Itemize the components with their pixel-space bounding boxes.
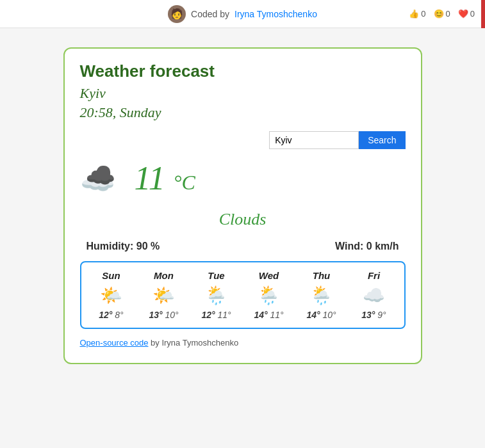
forecast-day-name: Tue [208,270,224,281]
forecast-row: Sun 🌤️ 12° 8° Mon 🌤️ 13° 10° Tue 🌦️ 12° … [85,270,400,320]
current-weather-icon: ☁️ ☁️ [80,162,115,195]
main-content: Weather forecast Kyiv 20:58, Sunday Sear… [0,28,485,383]
forecast-icon: ☁️ [363,285,385,306]
topbar: 🧑 Coded by Iryna Tymoshchenko 👍 0 😊 0 ❤️… [0,0,485,28]
forecast-day: Fri ☁️ 13° 9° [352,270,397,320]
smile-icon: 😊 [434,9,444,19]
thumbs-up-icon: 👍 [409,9,419,19]
weather-city: Kyiv [80,85,406,102]
forecast-low: 10° [165,310,178,320]
topbar-center: 🧑 Coded by Iryna Tymoshchenko [168,5,317,23]
forecast-icon: 🌤️ [152,285,175,306]
humidity-stat: Humidity: 90 % [86,241,160,252]
forecast-high: 13° [361,310,375,320]
temp-unit: °C [174,171,195,194]
weather-card: Weather forecast Kyiv 20:58, Sunday Sear… [63,47,422,364]
footer: Open-source code by Iryna Tymoshchenko [80,338,406,348]
search-button[interactable]: Search [359,131,405,149]
weather-datetime: 20:58, Sunday [80,104,406,121]
forecast-high: 13° [149,310,162,320]
humidity-val: 90 % [136,241,160,252]
forecast-icon: 🌦️ [310,285,333,306]
forecast-high: 14° [306,310,320,320]
forecast-icon: 🌤️ [100,285,122,306]
wind-val: 0 km/h [366,241,399,252]
search-row: Search [80,131,406,149]
forecast-low: 10° [322,310,336,320]
forecast-day-name: Wed [259,270,279,281]
humidity-label: Humidity: [86,241,134,252]
forecast-day-name: Sun [102,270,120,281]
forecast-temps: 14° 11° [254,310,283,320]
forecast-temps: 14° 10° [306,310,336,320]
footer-by-text: by Iryna Tymoshchenko [148,338,238,348]
forecast-temps: 13° 9° [361,310,386,320]
heart-icon: ❤️ [458,9,468,19]
forecast-day: Mon 🌤️ 13° 10° [142,270,186,320]
forecast-icon: 🌦️ [258,285,280,306]
forecast-temps: 13° 10° [149,310,178,320]
stats-row: Humidity: 90 % Wind: 0 km/h [80,241,406,252]
temp-value: 11 [135,160,165,196]
accent-bar [481,0,485,28]
forecast-day-name: Thu [313,270,331,281]
temperature-display: 11 °C [135,159,195,197]
forecast-day: Sun 🌤️ 12° 8° [89,270,134,320]
forecast-low: 11° [217,310,231,320]
reaction-heart[interactable]: ❤️ 0 [458,9,475,19]
forecast-low: 11° [270,310,283,320]
coded-by-label: Coded by [191,9,229,19]
forecast-day: Wed 🌦️ 14° 11° [247,270,292,320]
forecast-low: 9° [377,310,386,320]
forecast-container: Sun 🌤️ 12° 8° Mon 🌤️ 13° 10° Tue 🌦️ 12° … [80,261,406,329]
forecast-temps: 12° 11° [201,310,231,320]
heart-count: 0 [470,9,475,19]
forecast-high: 12° [99,310,112,320]
smile-count: 0 [446,9,450,19]
thumbs-up-count: 0 [421,9,425,19]
forecast-day-name: Mon [154,270,174,281]
avatar: 🧑 [168,5,186,23]
reaction-smile[interactable]: 😊 0 [434,9,450,19]
forecast-low: 8° [115,310,123,320]
condition-label: Clouds [80,210,406,229]
search-input[interactable] [269,131,359,149]
forecast-day-name: Fri [368,270,380,281]
current-weather: ☁️ ☁️ 11 °C [80,159,406,197]
forecast-icon: 🌦️ [205,285,227,306]
forecast-temps: 12° 8° [99,310,123,320]
author-link[interactable]: Iryna Tymoshchenko [234,9,317,19]
reactions-bar: 👍 0 😊 0 ❤️ 0 [409,9,475,19]
wind-stat: Wind: 0 km/h [335,241,399,252]
forecast-high: 12° [201,310,215,320]
open-source-link[interactable]: Open-source code [80,338,149,348]
weather-title: Weather forecast [80,61,406,81]
forecast-high: 14° [254,310,267,320]
forecast-day: Thu 🌦️ 14° 10° [299,270,344,320]
wind-label: Wind: [335,241,363,252]
reaction-thumbs-up[interactable]: 👍 0 [409,9,425,19]
forecast-day: Tue 🌦️ 12° 11° [194,270,239,320]
